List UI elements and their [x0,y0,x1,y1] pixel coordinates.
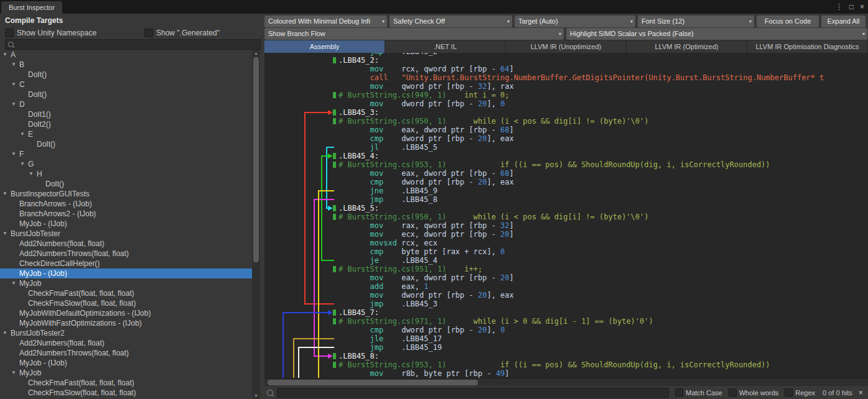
tree-item-myjob-ijob[interactable]: MyJob - (IJob) [0,268,252,278]
dropdown-label: Coloured With Minimal Debug Infi [268,17,370,25]
foldout-triangle-icon[interactable]: ▼ [20,159,28,169]
tree-item-checkdirectcallhelper[interactable]: CheckDirectCallHelper() [0,259,252,268]
operands: ] [510,221,514,230]
mnemonic: jmp [370,343,402,352]
code-line: jl .LBB45_5 [264,143,868,152]
tab-llvm-ir-optimisation-diagnostics[interactable]: LLVM IR Optimisation Diagnostics [747,40,868,53]
tree-item-add2numbersthrows-float-float[interactable]: Add2NumbersThrows(float, float) [0,348,252,358]
show-generated-toggle[interactable]: Show ".Generated" [144,28,220,37]
tree-item-checkfmaslow-float-float-float[interactable]: CheckFmaSlow(float, float, float) [0,388,252,398]
tree-item-add2numbers-float-float[interactable]: Add2Numbers(float, float) [0,239,252,249]
tree-item-brancharrows-ijob[interactable]: BranchArrows - (IJob) [0,199,252,209]
tree-item-checkfmafast-float-float-float[interactable]: CheckFmaFast(float, float, float) [0,378,252,388]
operands: ] [510,230,514,239]
tree-item-myjobwithdefaultoptimizations-ijob[interactable]: MyJobWithDefaultOptimizations - (IJob) [0,308,252,318]
regex-toggle[interactable]: Regex [785,388,815,397]
foldout-triangle-icon[interactable]: ▼ [2,50,11,60]
tree-item-e[interactable]: ▼E [0,129,252,139]
foldout-triangle-icon[interactable]: ▼ [11,149,19,159]
scroll-down-icon[interactable]: ▼ [252,393,260,398]
window-tab-burst-inspector[interactable]: Burst Inspector [1,1,62,14]
tree-scrollbar-thumb[interactable] [253,57,259,262]
button-focus-on-code[interactable]: Focus on Code [757,16,819,27]
tree-item-burstjobtester[interactable]: ▼BurstJobTester [0,229,252,239]
operands: rcx, ecx [401,239,437,247]
tree-item-doit[interactable]: DoIt() [0,89,252,99]
show-unity-namespace-toggle[interactable]: Show Unity Namespace [5,28,144,37]
tree-item-doit[interactable]: DoIt() [0,70,252,80]
dropdown-show-branch-flow[interactable]: Show Branch Flow▾ [264,28,564,40]
tree-item-doit2[interactable]: DoIt2() [0,119,252,129]
find-input[interactable] [277,388,669,398]
tree-item-b[interactable]: ▼B [0,60,252,70]
checkbox-icon[interactable] [5,29,14,37]
block-marker [333,310,336,316]
tree-item-burstjobtester2[interactable]: ▼BurstJobTester2 [0,328,252,338]
checkbox-icon[interactable] [729,388,737,397]
tree-item-brancharrows2-ijob[interactable]: BranchArrows2 - (IJob) [0,209,252,219]
foldout-triangle-icon[interactable]: ▼ [11,60,19,70]
match-case-toggle[interactable]: Match Case [675,388,722,397]
dropdown-target-auto[interactable]: Target (Auto)▾ [515,16,635,27]
close-find-icon[interactable]: × [859,388,863,397]
tree-item-add2numbers-float-float[interactable]: Add2Numbers(float, float) [0,338,252,348]
foldout-triangle-icon[interactable]: ▼ [2,189,11,199]
foldout-triangle-icon[interactable]: ▼ [11,99,19,109]
menu-icon[interactable]: ⋮ [836,2,843,11]
tree-item-label: MyJob [19,368,41,378]
tree-item-f[interactable]: ▼F [0,149,252,159]
source-code-snippet: while (i < pos && dig[i] != (byte)'\0') [474,117,649,126]
checkbox-icon[interactable] [675,388,683,397]
foldout-triangle-icon[interactable]: ▼ [20,129,28,139]
tree-item-myjob[interactable]: ▼MyJob [0,278,252,288]
foldout-triangle-icon[interactable]: ▼ [11,80,19,89]
tree-item-doit1[interactable]: DoIt1() [0,109,252,119]
checkbox-icon[interactable] [144,29,153,37]
tree-item-myjob[interactable]: ▼MyJob [0,368,252,378]
checkbox-icon[interactable] [785,388,793,397]
foldout-triangle-icon[interactable]: ▼ [2,229,11,239]
dropdown-highlight-simd-scalar-vs-packed-false[interactable]: Highlight SIMD Scalar vs Packed (False)▾ [566,28,867,40]
tree-item-myjob-ijob[interactable]: MyJob - (IJob) [0,219,252,229]
tree-item-burstinspectorguitests[interactable]: ▼BurstInspectorGUITests [0,189,252,199]
tree-item-doit[interactable]: DoIt() [0,139,252,149]
dropdown-safety-check-off[interactable]: Safety Check Off▾ [390,16,512,27]
button-expand-all[interactable]: Expand All [821,16,866,27]
whole-words-toggle[interactable]: Whole words [729,388,779,397]
tree-item-c[interactable]: ▼C [0,80,252,89]
dropdown-font-size-12[interactable]: Font Size (12)▾ [638,16,754,27]
tree-item-d[interactable]: ▼D [0,99,252,109]
foldout-triangle-icon[interactable]: ▼ [11,368,19,378]
tree-item-myjob-ijob[interactable]: MyJob - (IJob) [0,358,252,368]
tree-item-checkfmaslow-float-float-float[interactable]: CheckFmaSlow(float, float, float) [0,298,252,308]
compile-targets-search-input[interactable] [5,39,263,50]
foldout-triangle-icon[interactable]: ▼ [11,278,19,288]
tree-item-a[interactable]: ▼A [0,50,252,60]
assembly-code-view[interactable]: jmp .LBB45_2.LBB45_2: mov rcx, qword ptr… [264,53,868,378]
tab-llvm-ir-unoptimized[interactable]: LLVM IR (Unoptimized) [506,40,627,53]
maximize-icon[interactable]: □ [849,2,854,11]
tree-scrollbar[interactable]: ▲ ▼ [252,50,260,399]
operands: eax, dword ptr [rbp - [401,169,500,178]
dropdown-coloured-with-minimal-debug-infi[interactable]: Coloured With Minimal Debug Infi▾ [264,16,387,27]
tab-net-il[interactable]: .NET IL [385,40,506,53]
tree-item-g[interactable]: ▼G [0,159,252,169]
tree-item-doit[interactable]: DoIt() [0,179,252,189]
operands: ], rax [487,82,513,91]
tree-item-label: MyJob - (IJob) [19,358,67,368]
operands: ] [505,369,509,378]
tab-assembly[interactable]: Assembly [264,40,385,53]
foldout-triangle-icon[interactable]: ▼ [29,169,37,179]
close-icon[interactable]: × [860,2,864,11]
tree-item-label: G [28,159,34,169]
tree-item-checkfmafast-float-float-float[interactable]: CheckFmaFast(float, float, float) [0,288,252,298]
code-horizontal-scrollbar[interactable] [264,378,868,386]
scrollbar-thumb[interactable] [268,380,478,385]
foldout-triangle-icon[interactable]: ▼ [2,328,11,338]
tree-item-add2numbersthrows-float-float[interactable]: Add2NumbersThrows(float, float) [0,249,252,259]
scroll-up-icon[interactable]: ▲ [252,51,260,55]
tab-llvm-ir-optimized[interactable]: LLVM IR (Optimized) [627,40,747,53]
tree-item-h[interactable]: ▼H [0,169,252,179]
tree-item-myjobwithfastoptimizations-ijob[interactable]: MyJobWithFastOptimizations - (IJob) [0,318,252,328]
tree-item-label: B [19,60,24,70]
